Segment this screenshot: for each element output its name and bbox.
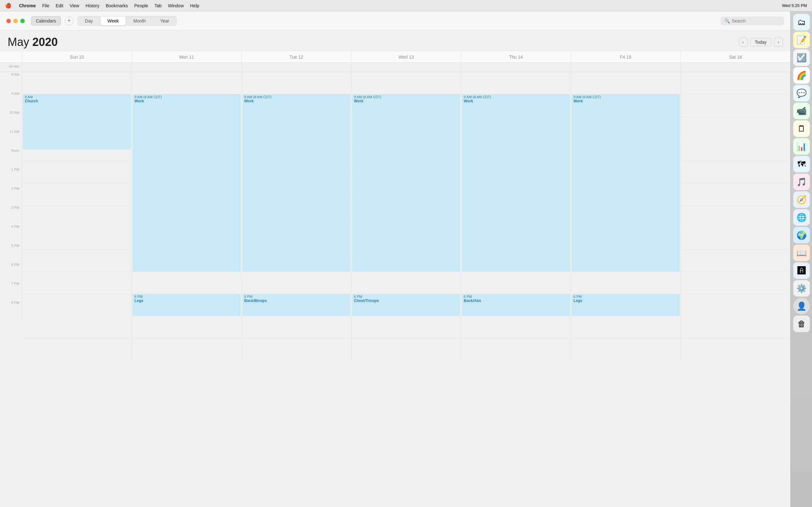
window-controls — [6, 19, 25, 23]
event-title: Work — [464, 99, 568, 103]
view-month-button[interactable]: Month — [126, 16, 153, 25]
event-time: 9 AM (8 AM CDT) — [244, 95, 349, 99]
search-icon: 🔍 — [724, 18, 730, 23]
event-block[interactable]: 6 PMBack/Biceps — [242, 294, 351, 316]
event-block[interactable]: 9 AMChurch — [23, 94, 131, 150]
allday-label: all-day — [0, 62, 22, 72]
time-label: 2 PM — [0, 186, 22, 205]
event-block[interactable]: 9 AM (8 AM CDT)Work — [352, 94, 460, 272]
view-week-button[interactable]: Week — [101, 16, 126, 25]
dock-facetime[interactable]: 📹 — [793, 103, 810, 119]
day-header-mon: Mon 11 — [132, 51, 242, 62]
event-title: Work — [244, 99, 349, 103]
dock-earth[interactable]: 🌍 — [793, 227, 810, 243]
dock-finder[interactable]: 🗂 — [793, 14, 810, 31]
event-block[interactable]: 6 PMChest/Triceps — [352, 294, 460, 316]
allday-wed — [351, 62, 461, 72]
allday-sat — [681, 62, 791, 72]
allday-tue — [242, 62, 351, 72]
event-title: Back/Biceps — [244, 298, 349, 303]
view-day-button[interactable]: Day — [78, 16, 100, 25]
dock-chrome[interactable]: 🌐 — [793, 209, 810, 226]
menu-history[interactable]: History — [86, 3, 100, 8]
dock-itunes[interactable]: 🎵 — [793, 174, 810, 190]
calendar-month: May — [8, 36, 29, 49]
menu-chrome[interactable]: Chrome — [19, 3, 36, 8]
dock-photos[interactable]: 🌈 — [793, 67, 810, 83]
event-block[interactable]: 6 PMBack/Abs — [462, 294, 570, 316]
dock-reminders[interactable]: ☑️ — [793, 49, 810, 66]
event-block[interactable]: 6 PMLegs — [133, 294, 241, 316]
day-column-0[interactable]: 9 AMChurch — [22, 72, 132, 360]
dock-safari[interactable]: 🧭 — [793, 191, 810, 208]
day-header-sun: Sun 10 — [22, 51, 132, 62]
allday-row: all-day — [0, 62, 791, 72]
time-label: 1 PM — [0, 167, 22, 186]
menu-edit[interactable]: Edit — [55, 3, 63, 8]
event-time: 6 PM — [135, 295, 239, 298]
time-label: Noon — [0, 148, 22, 167]
today-button[interactable]: Today — [750, 38, 771, 46]
header-spacer — [0, 51, 22, 62]
time-label: 3 PM — [0, 205, 22, 224]
dock-numbers[interactable]: 📊 — [793, 138, 810, 155]
day-header-tue: Tue 12 — [242, 51, 351, 62]
apple-menu[interactable]: 🍎 — [5, 3, 11, 9]
prev-button[interactable]: ‹ — [739, 38, 748, 47]
day-column-5[interactable]: 9 AM (8 AM CDT)Work6 PMLegs — [571, 72, 681, 360]
view-switcher: Day Week Month Year — [78, 16, 177, 26]
window-maximize-button[interactable] — [20, 19, 25, 23]
menu-help[interactable]: Help — [190, 3, 199, 8]
dock-messages[interactable]: 💬 — [793, 85, 810, 101]
event-block[interactable]: 9 AM (8 AM CDT)Work — [571, 94, 680, 272]
window-minimize-button[interactable] — [13, 19, 18, 23]
dock-notes[interactable]: 📝 — [793, 32, 810, 48]
menu-view[interactable]: View — [70, 3, 79, 8]
day-column-4[interactable]: 9 AM (8 AM CDT)Work6 PMBack/Abs — [461, 72, 571, 360]
allday-mon — [132, 62, 242, 72]
time-label: 6 PM — [0, 262, 22, 281]
menu-tab[interactable]: Tab — [154, 3, 162, 8]
search-input[interactable] — [732, 18, 779, 23]
add-calendar-button[interactable]: + — [65, 16, 73, 25]
dock-settings[interactable]: ⚙️ — [793, 280, 810, 297]
event-time: 6 PM — [464, 295, 568, 298]
calendar-year: 2020 — [32, 36, 58, 49]
event-block[interactable]: 9 AM (8 AM CDT)Work — [462, 94, 570, 272]
sidebar-dock: 🗂 📝 ☑️ 🌈 💬 📹 🗒 📊 🗺 🎵 🧭 🌐 🌍 📖 🅰 ⚙️ 👤 🗑 — [791, 11, 812, 507]
menu-bookmarks[interactable]: Bookmarks — [106, 3, 128, 8]
time-grid-scroll[interactable]: 8 AM9 AM10 AM11 AMNoon1 PM2 PM3 PM4 PM5 … — [0, 72, 791, 507]
menu-people[interactable]: People — [134, 3, 148, 8]
dock-user[interactable]: 👤 — [793, 298, 810, 314]
dock-trash[interactable]: 🗑 — [793, 316, 810, 332]
menu-file[interactable]: File — [42, 3, 49, 8]
cal-title-row: May 2020 ‹ Today › — [0, 31, 791, 51]
allday-fri — [571, 62, 681, 72]
event-time: 9 AM — [25, 95, 129, 99]
day-column-6[interactable] — [681, 72, 791, 360]
calendar-title: May 2020 — [8, 36, 58, 49]
next-button[interactable]: › — [774, 38, 783, 47]
view-year-button[interactable]: Year — [153, 16, 176, 25]
event-block[interactable]: 6 PMLegs — [571, 294, 680, 316]
dock-appstore[interactable]: 🅰 — [793, 262, 810, 279]
search-box: 🔍 — [721, 16, 784, 25]
event-block[interactable]: 9 AM (8 AM CDT)Work — [133, 94, 241, 272]
day-column-1[interactable]: 9 AM (8 AM CDT)Work6 PMLegs — [132, 72, 242, 360]
time-label: 8 AM — [0, 72, 22, 91]
dock-stickies[interactable]: 🗒 — [793, 120, 810, 137]
nav-controls: ‹ Today › — [739, 38, 783, 47]
event-block[interactable]: 9 AM (8 AM CDT)Work — [242, 94, 351, 272]
menu-window[interactable]: Window — [168, 3, 184, 8]
event-title: Chest/Triceps — [354, 298, 458, 303]
day-header-wed: Wed 13 — [351, 51, 461, 62]
event-time: 6 PM — [244, 295, 349, 298]
window-close-button[interactable] — [6, 19, 11, 23]
day-column-3[interactable]: 9 AM (8 AM CDT)Work6 PMChest/Triceps — [351, 72, 461, 360]
calendars-button[interactable]: Calendars — [31, 16, 61, 26]
dock-books[interactable]: 📖 — [793, 245, 810, 261]
dock-maps[interactable]: 🗺 — [793, 156, 810, 172]
event-time: 9 AM (8 AM CDT) — [354, 95, 458, 99]
time-grid: 8 AM9 AM10 AM11 AMNoon1 PM2 PM3 PM4 PM5 … — [0, 72, 791, 360]
day-column-2[interactable]: 9 AM (8 AM CDT)Work6 PMBack/Biceps — [242, 72, 351, 360]
